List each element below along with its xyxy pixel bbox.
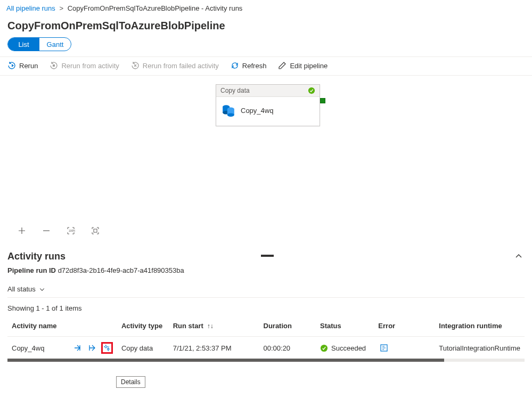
pipeline-run-id: Pipeline run ID d72d8f3a-2b16-4fe9-acb7-… (7, 266, 525, 274)
svg-point-2 (308, 87, 315, 94)
col-activity-name[interactable]: Activity name (7, 316, 117, 337)
zoom-out-button[interactable] (40, 225, 52, 237)
col-run-start-label: Run start (173, 322, 203, 330)
zoom-reset-button[interactable]: 100% (65, 225, 77, 237)
cell-status-label: Succeeded (331, 344, 366, 352)
col-status[interactable]: Status (316, 316, 374, 337)
svg-text:100%: 100% (69, 229, 75, 232)
activity-runs-table: Activity name Activity type Run start ↑↓… (7, 316, 525, 359)
rerun-from-failed-label: Rerun from failed activity (143, 62, 219, 70)
breadcrumb-current: CopyFromOnPremSqlToAzureBlobPipeline - A… (68, 4, 243, 12)
collapse-panel-button[interactable] (513, 250, 525, 262)
view-gantt-button[interactable]: Gantt (39, 38, 71, 51)
node-body: Copy_4wq (216, 97, 320, 126)
status-success-icon (320, 344, 328, 352)
cell-activity-type: Copy data (117, 337, 169, 360)
col-error[interactable]: Error (374, 316, 435, 337)
activity-node[interactable]: Copy data Copy_4wq (216, 84, 320, 126)
col-run-start[interactable]: Run start ↑↓ (169, 316, 259, 337)
input-button[interactable] (71, 342, 83, 354)
breadcrumb: All pipeline runs > CopyFromOnPremSqlToA… (0, 0, 532, 17)
copy-data-icon (222, 103, 235, 117)
edit-pipeline-label: Edit pipeline (290, 62, 328, 70)
svg-rect-10 (94, 229, 97, 232)
details-tooltip: Details (116, 376, 145, 388)
edit-pipeline-button[interactable]: Edit pipeline (278, 61, 328, 70)
details-button[interactable] (101, 342, 113, 354)
pipeline-run-id-label: Pipeline run ID (7, 266, 56, 274)
refresh-label: Refresh (242, 62, 267, 70)
zoom-in-button[interactable] (16, 225, 28, 237)
canvas-zoom-bar: 100% (16, 225, 101, 237)
rerun-activity-icon (50, 61, 58, 70)
rerun-label: Rerun (19, 62, 38, 70)
edit-icon (278, 61, 287, 70)
rerun-from-activity-label: Rerun from activity (61, 62, 119, 70)
rerun-icon (7, 61, 16, 70)
cell-activity-name: Copy_4wq (12, 344, 68, 352)
svg-point-8 (227, 113, 234, 117)
node-header: Copy data (216, 85, 320, 97)
refresh-button[interactable]: Refresh (231, 61, 267, 70)
svg-point-11 (105, 346, 107, 348)
rerun-failed-icon (131, 61, 140, 70)
refresh-icon (231, 61, 239, 70)
pipeline-canvas[interactable]: Copy data Copy_4wq 100% (0, 76, 532, 241)
result-count: Showing 1 - 1 of 1 items (7, 304, 525, 312)
col-integration-runtime[interactable]: Integration runtime (435, 316, 525, 337)
activity-runs-heading: Activity runs (7, 251, 66, 262)
horizontal-scrollbar[interactable] (7, 359, 525, 362)
cell-duration: 00:00:20 (259, 337, 316, 360)
pipeline-run-id-value: d72d8f3a-2b16-4fe9-acb7-a41f890353ba (58, 266, 184, 274)
panel-resize-handle[interactable] (261, 255, 274, 257)
cell-integration-runtime: TutorialIntegrationRuntime (435, 337, 525, 360)
toolbar: Rerun Rerun from activity Rerun from fai… (0, 56, 532, 76)
page-title: CopyFromOnPremSqlToAzureBlobPipeline (0, 17, 532, 37)
node-type-label: Copy data (220, 87, 250, 94)
svg-point-13 (321, 344, 328, 351)
col-activity-type[interactable]: Activity type (117, 316, 169, 337)
node-name-label: Copy_4wq (241, 107, 273, 115)
view-toggle: List Gantt (7, 37, 71, 51)
status-filter[interactable]: All status (7, 281, 525, 298)
breadcrumb-root[interactable]: All pipeline runs (6, 4, 55, 12)
cell-error (374, 337, 435, 360)
svg-marker-0 (12, 64, 14, 67)
col-duration[interactable]: Duration (259, 316, 316, 337)
sort-icon: ↑↓ (205, 322, 213, 330)
zoom-fit-button[interactable] (89, 225, 101, 237)
rerun-from-activity-button: Rerun from activity (50, 61, 119, 70)
svg-rect-1 (53, 64, 55, 67)
view-list-button[interactable]: List (8, 38, 39, 51)
success-check-icon (308, 87, 315, 94)
breadcrumb-separator: > (59, 4, 63, 12)
cell-status: Succeeded (316, 337, 374, 360)
output-button[interactable] (86, 342, 98, 354)
chevron-down-icon (39, 286, 45, 293)
cell-run-start: 7/1/21, 2:53:37 PM (169, 337, 259, 360)
rerun-button[interactable]: Rerun (7, 61, 38, 70)
status-filter-label: All status (7, 285, 36, 293)
table-row[interactable]: Copy_4wq Copy data 7/1/21, 2:53:37 PM 00… (7, 337, 525, 360)
rerun-from-failed-button: Rerun from failed activity (131, 61, 219, 70)
node-output-handle[interactable] (320, 98, 325, 103)
error-details-button[interactable] (378, 342, 390, 354)
